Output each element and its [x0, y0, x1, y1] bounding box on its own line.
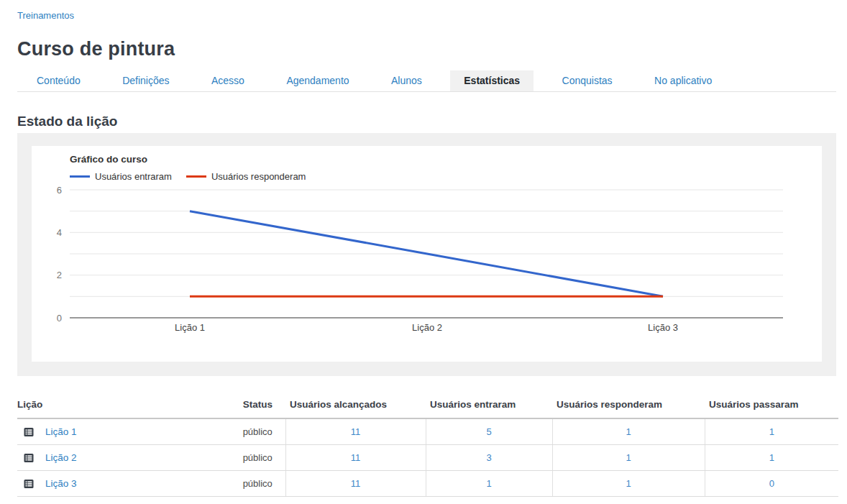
lesson-link[interactable]: Lição 2	[45, 452, 77, 463]
lesson-list-icon	[24, 427, 34, 437]
status-value: público	[230, 418, 285, 445]
col-header-licao: Lição	[17, 390, 230, 418]
legend-item-entered: Usuários entraram	[70, 171, 172, 182]
lesson-stats-table-zone: Lição Status Usuários alcançados Usuário…	[17, 390, 836, 497]
lesson-list-icon	[24, 479, 34, 489]
tab-definicoes[interactable]: Definições	[109, 70, 183, 91]
table-row-licao-2: Lição 2 público 11 3 1 1	[17, 445, 838, 471]
tab-agendamento[interactable]: Agendamento	[273, 70, 362, 91]
course-line-chart: 0246Lição 1Lição 2Lição 3	[32, 183, 822, 356]
users-reached-value[interactable]: 11	[351, 426, 361, 437]
lesson-list-icon	[24, 453, 34, 463]
tab-conteudo[interactable]: Conteúdo	[23, 70, 94, 91]
users-answered-value[interactable]: 1	[626, 452, 631, 463]
legend-line-swatch-blue	[70, 175, 90, 178]
lesson-stats-table: Lição Status Usuários alcançados Usuário…	[17, 390, 838, 497]
page-title: Curso de pintura	[17, 38, 836, 60]
status-value: público	[230, 445, 285, 471]
tab-alunos[interactable]: Alunos	[377, 70, 436, 91]
lesson-link[interactable]: Lição 1	[45, 426, 77, 437]
page: Treinamentos Curso de pintura Conteúdo D…	[0, 0, 847, 497]
breadcrumb: Treinamentos	[17, 0, 836, 21]
legend-item-answered: Usuários responderam	[186, 171, 306, 182]
legend-label: Usuários entraram	[95, 171, 172, 182]
table-row-licao-3: Lição 3 público 11 1 1 0	[17, 471, 838, 497]
chart-section: Gráfico do curso Usuários entraram Usuár…	[17, 133, 836, 376]
users-passed-value[interactable]: 1	[769, 452, 774, 463]
breadcrumb-link-treinamentos[interactable]: Treinamentos	[17, 10, 74, 21]
users-passed-value[interactable]: 0	[769, 478, 774, 489]
svg-text:Lição 3: Lição 3	[648, 322, 678, 333]
chart-card: Gráfico do curso Usuários entraram Usuár…	[32, 146, 822, 362]
users-answered-value[interactable]: 1	[626, 478, 631, 489]
svg-text:Lição 1: Lição 1	[175, 322, 205, 333]
users-passed-value[interactable]: 1	[769, 426, 774, 437]
svg-text:6: 6	[57, 185, 62, 196]
tab-acesso[interactable]: Acesso	[198, 70, 258, 91]
table-header-row: Lição Status Usuários alcançados Usuário…	[17, 390, 838, 418]
col-header-usuarios-entraram: Usuários entraram	[426, 390, 552, 418]
svg-text:4: 4	[57, 227, 62, 238]
chart-legend: Usuários entraram Usuários responderam	[70, 171, 320, 182]
table-row-licao-1: Lição 1 público 11 5 1 1	[17, 418, 838, 445]
legend-line-swatch-red	[186, 175, 206, 178]
legend-label: Usuários responderam	[211, 171, 306, 182]
svg-text:Lição 2: Lição 2	[412, 322, 442, 333]
lesson-link[interactable]: Lição 3	[45, 478, 77, 489]
tab-no-aplicativo[interactable]: No aplicativo	[641, 70, 725, 91]
col-header-usuarios-responderam: Usuários responderam	[552, 390, 705, 418]
chart-title: Gráfico do curso	[70, 154, 147, 165]
tab-conquistas[interactable]: Conquistas	[549, 70, 626, 91]
tab-estatisticas[interactable]: Estatísticas	[450, 70, 534, 91]
col-header-usuarios-passaram: Usuários passaram	[705, 390, 838, 418]
users-entered-value[interactable]: 5	[486, 426, 491, 437]
users-reached-value[interactable]: 11	[351, 478, 361, 489]
users-entered-value[interactable]: 3	[486, 452, 491, 463]
svg-text:0: 0	[57, 313, 62, 324]
col-header-usuarios-alcancados: Usuários alcançados	[285, 390, 426, 418]
status-value: público	[230, 471, 285, 497]
users-answered-value[interactable]: 1	[626, 426, 631, 437]
users-entered-value[interactable]: 1	[486, 478, 491, 489]
users-reached-value[interactable]: 11	[351, 452, 361, 463]
col-header-status: Status	[230, 390, 285, 418]
tab-bar: Conteúdo Definições Acesso Agendamento A…	[17, 70, 836, 92]
section-title-lesson-status: Estado da lição	[17, 114, 836, 129]
svg-text:2: 2	[57, 270, 62, 280]
